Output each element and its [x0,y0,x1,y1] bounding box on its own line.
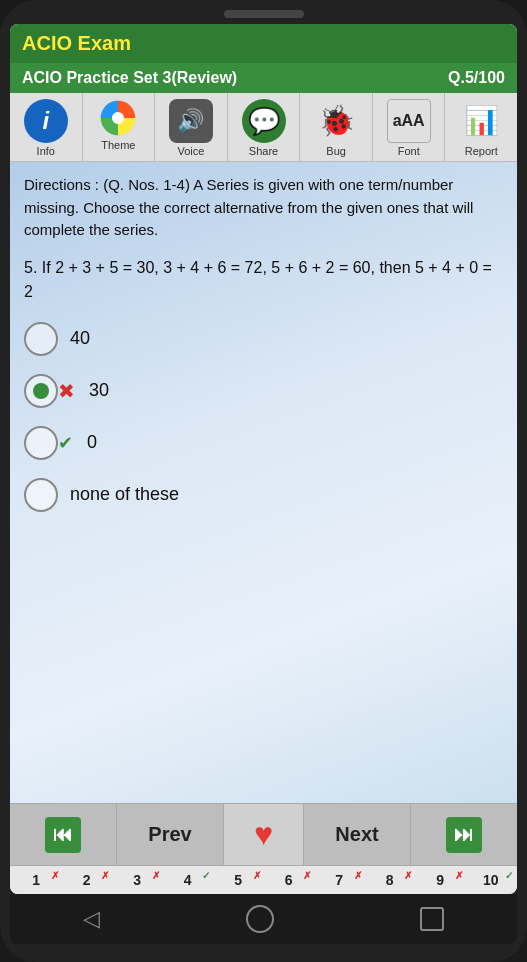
toolbar-label-theme: Theme [101,139,135,151]
directions-text: Directions : (Q. Nos. 1-4) A Series is g… [24,174,503,242]
phone-notch [224,10,304,18]
app-title: ACIO Exam [22,32,131,54]
toolbar: i Info Theme 🔊 Voice [10,93,517,162]
recents-button[interactable] [420,907,444,931]
toolbar-label-bug: Bug [326,145,346,157]
grid-num-9: 9 [436,872,444,888]
grid-num-7: 7 [335,872,343,888]
grid-item-8[interactable]: ✗8 [366,870,415,890]
heart-icon: ♥ [254,816,273,853]
grid-num-10: 10 [483,872,499,888]
theme-icon [99,99,137,137]
app-subtitle: ACIO Practice Set 3(Review) [22,69,237,87]
grid-mark-7: ✗ [354,870,362,881]
info-icon: i [24,99,68,143]
wrong-mark-2: ✖ [58,379,75,403]
grid-item-2[interactable]: ✗2 [63,870,112,890]
option-text-1: 40 [70,328,90,349]
option-text-2: 30 [89,380,109,401]
toolbar-label-report: Report [465,145,498,157]
voice-icon: 🔊 [169,99,213,143]
toolbar-item-font[interactable]: aAA Font [373,93,446,161]
grid-item-1[interactable]: ✗1 [12,870,61,890]
grid-item-6[interactable]: ✗6 [265,870,314,890]
grid-mark-6: ✗ [303,870,311,881]
report-icon: 📊 [459,99,503,143]
grid-item-10[interactable]: ✓10 [467,870,516,890]
option-text-4: none of these [70,484,179,505]
heart-button[interactable]: ♥ [224,804,304,865]
grid-mark-4: ✓ [202,870,210,881]
grid-mark-3: ✗ [152,870,160,881]
radio-3[interactable] [24,426,58,460]
share-icon: 💬 [242,99,286,143]
grid-num-4: 4 [184,872,192,888]
grid-num-1: 1 [32,872,40,888]
grid-num-5: 5 [234,872,242,888]
toolbar-label-share: Share [249,145,278,157]
phone-bottom-bar: ◁ [10,894,517,944]
question-grid: ✗1✗2✗3✓4✗5✗6✗7✗8✗9✓10 [10,865,517,894]
toolbar-item-voice[interactable]: 🔊 Voice [155,93,228,161]
next-button[interactable]: Next [304,804,411,865]
grid-item-5[interactable]: ✗5 [214,870,263,890]
font-icon: aAA [387,99,431,143]
next-label: Next [335,823,378,846]
question-number: Q.5/100 [448,69,505,87]
option-4[interactable]: none of these [24,478,503,512]
option-3[interactable]: ✔ 0 [24,426,503,460]
grid-item-9[interactable]: ✗9 [416,870,465,890]
grid-mark-1: ✗ [51,870,59,881]
grid-item-3[interactable]: ✗3 [113,870,162,890]
last-button[interactable]: ⏭ [411,804,517,865]
back-arrow[interactable]: ◁ [83,906,100,932]
home-button[interactable] [246,905,274,933]
grid-item-4[interactable]: ✓4 [164,870,213,890]
grid-mark-9: ✗ [455,870,463,881]
grid-num-8: 8 [386,872,394,888]
toolbar-item-theme[interactable]: Theme [83,93,156,161]
grid-mark-10: ✓ [505,870,513,881]
content-area: Directions : (Q. Nos. 1-4) A Series is g… [10,162,517,803]
radio-2[interactable] [24,374,58,408]
radio-4[interactable] [24,478,58,512]
toolbar-item-share[interactable]: 💬 Share [228,93,301,161]
first-icon: ⏮ [45,817,81,853]
grid-mark-8: ✗ [404,870,412,881]
grid-num-2: 2 [83,872,91,888]
toolbar-item-report[interactable]: 📊 Report [445,93,517,161]
toolbar-label-font: Font [398,145,420,157]
radio-inner-2 [33,383,49,399]
grid-num-6: 6 [285,872,293,888]
grid-mark-2: ✗ [101,870,109,881]
last-icon: ⏭ [446,817,482,853]
title-bar: ACIO Exam [10,24,517,63]
grid-num-3: 3 [133,872,141,888]
option-2[interactable]: ✖ 30 [24,374,503,408]
svg-point-1 [112,112,124,124]
toolbar-item-info[interactable]: i Info [10,93,83,161]
toolbar-item-bug[interactable]: 🐞 Bug [300,93,373,161]
option-1[interactable]: 40 [24,322,503,356]
option-text-3: 0 [87,432,97,453]
bug-icon: 🐞 [314,99,358,143]
correct-mark-3: ✔ [58,432,73,454]
grid-mark-5: ✗ [253,870,261,881]
first-button[interactable]: ⏮ [10,804,117,865]
radio-1[interactable] [24,322,58,356]
toolbar-label-voice: Voice [177,145,204,157]
question-text: 5. If 2 + 3 + 5 = 30, 3 + 4 + 6 = 72, 5 … [24,256,503,304]
grid-item-7[interactable]: ✗7 [315,870,364,890]
prev-label: Prev [148,823,191,846]
bottom-nav: ⏮ Prev ♥ Next ⏭ [10,803,517,865]
toolbar-label-info: Info [37,145,55,157]
prev-button[interactable]: Prev [117,804,224,865]
subtitle-bar: ACIO Practice Set 3(Review) Q.5/100 [10,63,517,93]
